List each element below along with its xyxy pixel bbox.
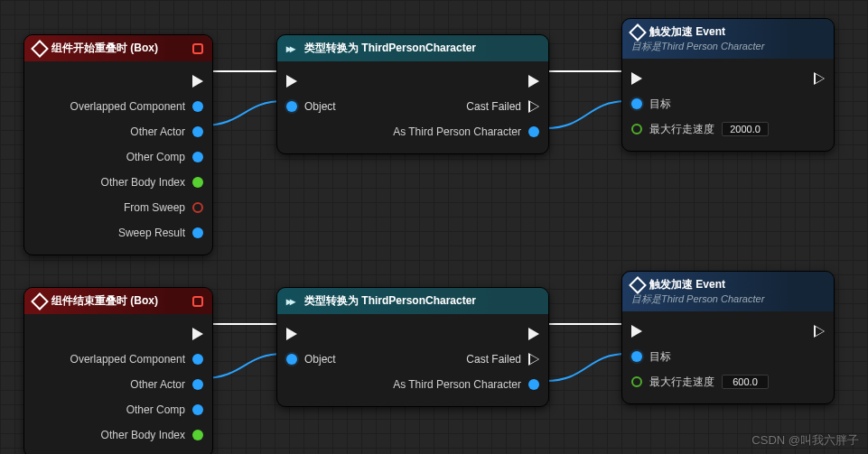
exec-cast-failed-pin[interactable] <box>528 353 539 366</box>
exec-out-pin[interactable] <box>192 328 203 340</box>
pin-object[interactable] <box>286 354 297 365</box>
pin-sweep-result[interactable] <box>192 227 203 238</box>
node-title: 组件结束重叠时 (Box) <box>51 293 158 309</box>
node-title: 组件开始重叠时 (Box) <box>51 41 158 56</box>
event-icon <box>629 276 647 294</box>
exec-in-pin[interactable] <box>286 75 297 88</box>
exec-in-pin[interactable] <box>631 325 642 338</box>
node-title: 触发加速 Event <box>649 24 725 40</box>
exec-out-pin[interactable] <box>814 325 825 338</box>
exec-in-pin[interactable] <box>286 328 297 340</box>
node-header[interactable]: 组件开始重叠时 (Box) <box>24 35 212 61</box>
event-icon <box>31 292 49 310</box>
pin-max-walk-speed[interactable] <box>631 376 642 387</box>
max-walk-speed-input[interactable]: 2000.0 <box>722 122 769 136</box>
pin-as-character[interactable] <box>528 379 539 390</box>
stop-icon <box>192 296 203 307</box>
pin-label: As Third Person Character <box>393 378 521 391</box>
node-cast-1[interactable]: 类型转换为 ThirdPersonCharacter Object Cast F… <box>276 34 549 154</box>
node-header[interactable]: 触发加速 Event 目标是Third Person Character <box>622 19 834 59</box>
pin-overlapped-component[interactable] <box>192 101 203 112</box>
node-header[interactable]: 类型转换为 ThirdPersonCharacter <box>277 35 548 61</box>
pin-label: Other Actor <box>130 378 185 391</box>
cast-icon <box>286 42 299 55</box>
pin-other-body-index[interactable] <box>192 177 203 188</box>
event-icon <box>31 40 49 58</box>
node-subtitle: 目标是Third Person Character <box>631 292 825 306</box>
cast-icon <box>286 295 299 308</box>
pin-label: Sweep Result <box>118 227 185 239</box>
node-title: 类型转换为 ThirdPersonCharacter <box>304 41 476 56</box>
pin-label: Other Body Index <box>101 429 185 441</box>
pin-overlapped-component[interactable] <box>192 354 203 365</box>
pin-label: 最大行走速度 <box>649 375 714 390</box>
node-cast-2[interactable]: 类型转换为 ThirdPersonCharacter Object Cast F… <box>276 287 549 407</box>
pin-other-actor[interactable] <box>192 379 203 390</box>
pin-label: Object <box>304 353 336 366</box>
node-subtitle: 目标是Third Person Character <box>631 40 825 53</box>
pin-object[interactable] <box>286 101 297 112</box>
pin-label: Overlapped Component <box>70 353 185 366</box>
pin-label: Other Comp <box>126 403 185 416</box>
pin-other-body-index[interactable] <box>192 430 203 440</box>
pin-label: 目标 <box>649 97 671 112</box>
node-title: 触发加速 Event <box>649 277 725 292</box>
node-speed-event-1[interactable]: 触发加速 Event 目标是Third Person Character 目标 … <box>621 18 835 152</box>
pin-other-actor[interactable] <box>192 126 203 137</box>
pin-other-comp[interactable] <box>192 152 203 162</box>
max-walk-speed-input[interactable]: 600.0 <box>722 375 769 389</box>
exec-out-pin[interactable] <box>528 75 539 88</box>
pin-target[interactable] <box>631 351 642 362</box>
pin-label: Other Body Index <box>101 176 185 189</box>
pin-label: 目标 <box>649 349 671 365</box>
pin-label: From Sweep <box>124 201 185 214</box>
node-event-begin-overlap[interactable]: 组件开始重叠时 (Box) Overlapped Component Other… <box>23 34 213 255</box>
node-title: 类型转换为 ThirdPersonCharacter <box>304 293 476 309</box>
exec-out-pin[interactable] <box>192 75 203 88</box>
watermark: CSDN @叫我六胖子 <box>751 432 859 449</box>
pin-target[interactable] <box>631 98 642 109</box>
pin-label: Overlapped Component <box>70 100 185 113</box>
event-icon <box>629 23 647 42</box>
pin-label: 最大行走速度 <box>649 122 714 137</box>
pin-from-sweep[interactable] <box>192 202 203 213</box>
pin-label: As Third Person Character <box>393 125 521 138</box>
node-header[interactable]: 组件结束重叠时 (Box) <box>24 288 212 314</box>
exec-out-pin[interactable] <box>814 72 825 85</box>
exec-out-pin[interactable] <box>528 328 539 340</box>
exec-cast-failed-pin[interactable] <box>528 100 539 113</box>
pin-label: Object <box>304 100 336 113</box>
node-header[interactable]: 类型转换为 ThirdPersonCharacter <box>277 288 548 314</box>
pin-max-walk-speed[interactable] <box>631 124 642 134</box>
stop-icon <box>192 43 203 54</box>
pin-label: Cast Failed <box>466 353 521 366</box>
node-speed-event-2[interactable]: 触发加速 Event 目标是Third Person Character 目标 … <box>621 271 835 404</box>
pin-as-character[interactable] <box>528 126 539 137</box>
pin-label: Cast Failed <box>466 100 521 113</box>
pin-label: Other Comp <box>126 151 185 163</box>
pin-label: Other Actor <box>130 125 185 138</box>
pin-other-comp[interactable] <box>192 404 203 415</box>
node-event-end-overlap[interactable]: 组件结束重叠时 (Box) Overlapped Component Other… <box>23 287 213 454</box>
exec-in-pin[interactable] <box>631 72 642 85</box>
node-header[interactable]: 触发加速 Event 目标是Third Person Character <box>622 272 834 311</box>
